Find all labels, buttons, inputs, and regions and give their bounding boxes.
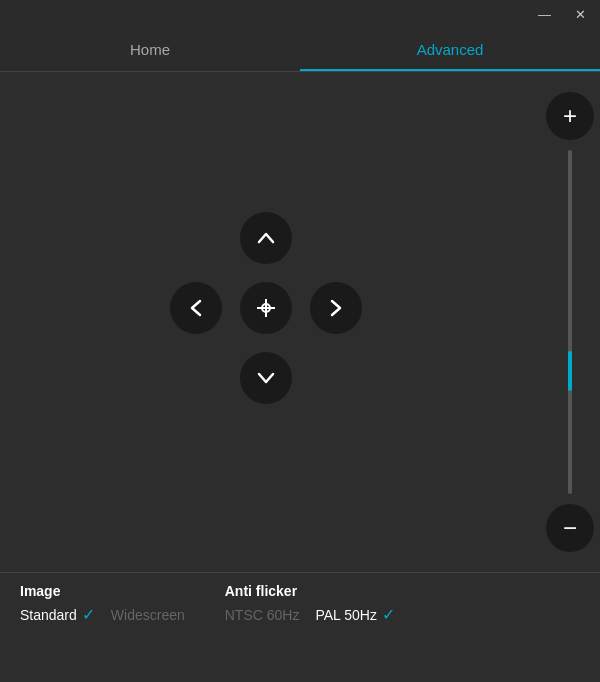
settings-area: Image Standard ✓ Widescreen Anti flicker… (0, 572, 600, 682)
close-button[interactable]: ✕ (569, 6, 592, 23)
empty-bottom-left (170, 352, 222, 404)
tab-home[interactable]: Home (0, 28, 300, 71)
zoom-track[interactable] (568, 150, 572, 494)
minimize-button[interactable]: — (532, 6, 557, 23)
main-area: + − (0, 72, 600, 572)
image-widescreen-label: Widescreen (111, 607, 185, 623)
image-options: Standard ✓ Widescreen (20, 605, 185, 624)
image-widescreen-option[interactable]: Widescreen (111, 607, 185, 623)
empty-top-left (170, 212, 222, 264)
anti-flicker-pal-label: PAL 50Hz (315, 607, 376, 623)
zoom-slider-container: + − (540, 72, 600, 572)
zoom-out-button[interactable]: − (546, 504, 594, 552)
title-bar: — ✕ (0, 0, 600, 28)
image-setting-group: Image Standard ✓ Widescreen (20, 583, 185, 624)
empty-top-right (310, 212, 362, 264)
anti-flicker-setting-group: Anti flicker NTSC 60Hz PAL 50Hz ✓ (225, 583, 395, 624)
pan-up-button[interactable] (240, 212, 292, 264)
image-standard-label: Standard (20, 607, 77, 623)
tab-advanced[interactable]: Advanced (300, 28, 600, 71)
anti-flicker-ntsc-option[interactable]: NTSC 60Hz (225, 607, 300, 623)
image-label: Image (20, 583, 185, 599)
pan-left-button[interactable] (170, 282, 222, 334)
anti-flicker-pal-check: ✓ (382, 605, 395, 624)
anti-flicker-label: Anti flicker (225, 583, 395, 599)
image-standard-option[interactable]: Standard ✓ (20, 605, 95, 624)
anti-flicker-options: NTSC 60Hz PAL 50Hz ✓ (225, 605, 395, 624)
pan-right-button[interactable] (310, 282, 362, 334)
tab-bar: Home Advanced (0, 28, 600, 72)
empty-bottom-right (310, 352, 362, 404)
pan-center-button[interactable] (240, 282, 292, 334)
zoom-thumb[interactable] (568, 351, 572, 391)
pan-down-button[interactable] (240, 352, 292, 404)
pan-area (0, 72, 540, 572)
anti-flicker-ntsc-label: NTSC 60Hz (225, 607, 300, 623)
image-standard-check: ✓ (82, 605, 95, 624)
zoom-in-button[interactable]: + (546, 92, 594, 140)
pan-grid (170, 212, 370, 412)
anti-flicker-pal-option[interactable]: PAL 50Hz ✓ (315, 605, 394, 624)
